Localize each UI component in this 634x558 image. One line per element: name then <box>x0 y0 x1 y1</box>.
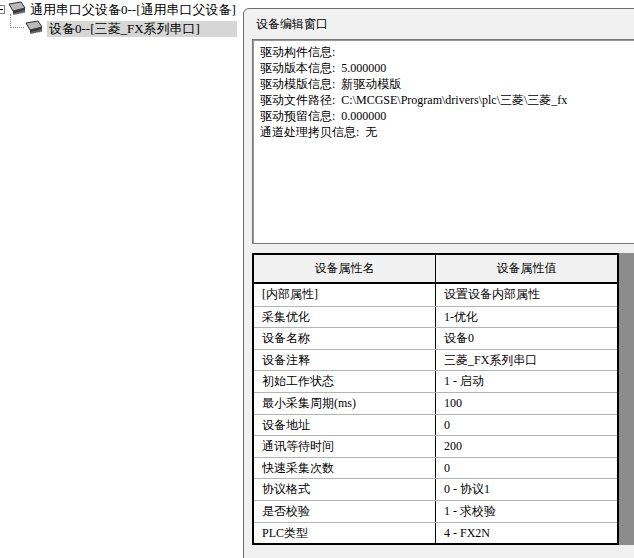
property-value-cell: 设备0 <box>436 328 617 349</box>
driver-info-line: 驱动预留信息: 0.000000 <box>253 108 634 124</box>
property-row[interactable]: [内部属性]设置设备内部属性 <box>254 284 617 306</box>
property-table: 设备属性名 设备属性值 [内部属性]设置设备内部属性采集优化1-优化设备名称设备… <box>252 253 619 545</box>
property-row[interactable]: 采集优化1-优化 <box>254 306 617 328</box>
property-value-cell: 设置设备内部属性 <box>436 284 617 306</box>
property-name-cell: 设备注释 <box>254 350 436 371</box>
tree-connector-line <box>10 14 24 28</box>
driver-info-line: 驱动模版信息: 新驱动模版 <box>253 76 634 92</box>
property-row[interactable]: 通讯等待时间200 <box>254 435 617 457</box>
property-name-cell: 是否校验 <box>254 501 436 522</box>
property-name-cell: 最小采集周期(ms) <box>254 393 436 414</box>
property-row[interactable]: 快速采集次数0 <box>254 457 617 479</box>
property-value-cell: 1 - 启动 <box>436 371 617 392</box>
property-value-cell: 1-优化 <box>436 307 617 328</box>
property-name-cell: 快速采集次数 <box>254 458 436 479</box>
tree-item-child-device[interactable]: 设备0--[三菱_FX系列串口] <box>47 21 237 37</box>
property-name-cell: 设备地址 <box>254 415 436 436</box>
property-row[interactable]: 初始工作状态1 - 启动 <box>254 370 617 392</box>
property-value-cell: 0 <box>436 458 617 479</box>
window-title[interactable]: 设备编辑窗口 <box>244 9 634 38</box>
property-row[interactable]: 设备名称设备0 <box>254 327 617 349</box>
property-value-cell: 三菱_FX系列串口 <box>436 350 617 371</box>
property-table-header: 设备属性名 设备属性值 <box>254 255 617 284</box>
property-value-cell: 100 <box>436 393 617 414</box>
property-name-cell: PLC类型 <box>254 523 436 544</box>
property-value-cell: 4 - FX2N <box>436 523 617 544</box>
driver-info-text: 驱动构件信息:驱动版本信息: 5.000000驱动模版信息: 新驱动模版驱动文件… <box>253 40 634 140</box>
column-header-property-value: 设备属性值 <box>436 255 617 282</box>
property-name-cell: [内部属性] <box>254 284 436 306</box>
chip-icon <box>8 1 27 16</box>
column-header-property-name: 设备属性名 <box>254 255 436 282</box>
property-grid: 设备属性名 设备属性值 [内部属性]设置设备内部属性采集优化1-优化设备名称设备… <box>252 253 634 545</box>
driver-info-line: 驱动版本信息: 5.000000 <box>253 60 634 76</box>
driver-info-line: 驱动构件信息: <box>253 40 634 60</box>
property-value-cell: 1 - 求校验 <box>436 501 617 522</box>
property-table-body: [内部属性]设置设备内部属性采集优化1-优化设备名称设备0设备注释三菱_FX系列… <box>254 284 617 543</box>
device-tree: 通用串口父设备0--[通用串口父设备] 设备0--[三菱_FX系列串口] <box>0 0 243 558</box>
driver-info-line: 驱动文件路径: C:\MCGSE\Program\drivers\plc\三菱\… <box>253 92 634 108</box>
property-row[interactable]: 是否校验1 - 求校验 <box>254 500 617 522</box>
property-value-cell: 0 - 协议1 <box>436 479 617 500</box>
property-row[interactable]: PLC类型4 - FX2N <box>254 522 617 544</box>
property-value-cell: 0 <box>436 415 617 436</box>
property-row[interactable]: 设备地址0 <box>254 414 617 436</box>
property-name-cell: 采集优化 <box>254 307 436 328</box>
chip-icon <box>25 20 44 35</box>
property-name-cell: 协议格式 <box>254 479 436 500</box>
tree-item-parent-device[interactable]: 通用串口父设备0--[通用串口父设备] <box>30 2 236 18</box>
property-row[interactable]: 协议格式0 - 协议1 <box>254 478 617 500</box>
property-row[interactable]: 最小采集周期(ms)100 <box>254 392 617 414</box>
tree-expand-toggle[interactable] <box>0 5 5 14</box>
property-row[interactable]: 设备注释三菱_FX系列串口 <box>254 349 617 371</box>
property-name-cell: 通讯等待时间 <box>254 436 436 457</box>
property-value-cell: 200 <box>436 436 617 457</box>
property-name-cell: 初始工作状态 <box>254 371 436 392</box>
driver-info-box[interactable]: 驱动构件信息:驱动版本信息: 5.000000驱动模版信息: 新驱动模版驱动文件… <box>252 39 634 244</box>
device-edit-window: 设备编辑窗口 驱动构件信息:驱动版本信息: 5.000000驱动模版信息: 新驱… <box>243 8 634 558</box>
driver-info-line: 通道处理拷贝信息: 无 <box>253 124 634 140</box>
property-name-cell: 设备名称 <box>254 328 436 349</box>
